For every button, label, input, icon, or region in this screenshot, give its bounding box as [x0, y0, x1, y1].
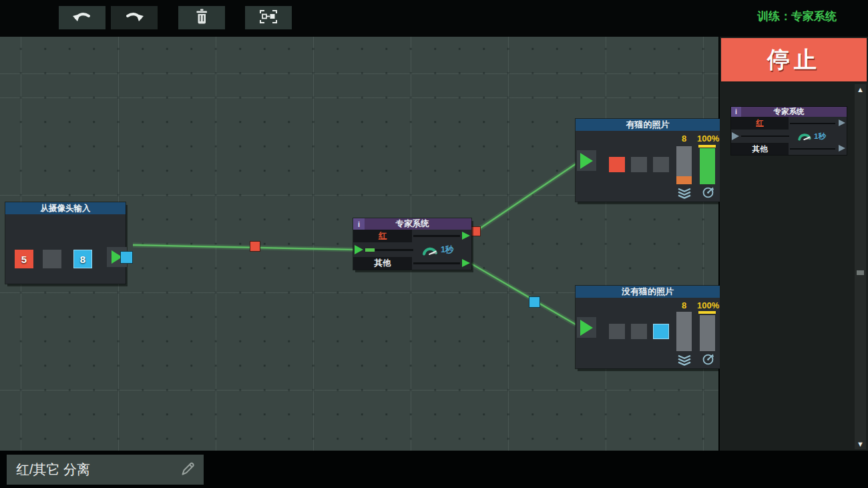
- output-label-red: 红: [756, 118, 764, 128]
- trash-icon: [194, 8, 210, 28]
- output-row-other: 其他: [353, 257, 471, 270]
- play-icon: [580, 320, 593, 336]
- node-title: 专家系统: [774, 107, 805, 117]
- packet-slot-empty: [43, 250, 61, 268]
- timer-label: 1秒: [814, 132, 826, 142]
- scroll-down-icon[interactable]: ▼: [855, 440, 866, 448]
- bottom-bar: 红/其它 分离 x1: [0, 451, 868, 488]
- output-port-packet-cyan[interactable]: [120, 251, 133, 264]
- output-port-icon[interactable]: [462, 232, 470, 240]
- wire-stub: [413, 235, 460, 237]
- packet-slot-empty: [609, 324, 625, 339]
- stop-button[interactable]: 停止: [721, 38, 867, 81]
- packet-slot-empty: [631, 157, 647, 172]
- game-screen: 训练：专家系统 从摄像头输入 5 8: [0, 0, 868, 488]
- progress-track: [375, 249, 413, 251]
- output-port-icon: [839, 119, 845, 126]
- queue-bar: [676, 312, 692, 351]
- input-port-button[interactable]: [577, 317, 596, 338]
- packet-slot-red: [609, 157, 625, 172]
- training-status-label: 训练：专家系统: [757, 9, 837, 24]
- right-sidebar: 停止 i 专家系统 红: [720, 37, 868, 451]
- output-label-other: 其他: [752, 144, 768, 154]
- target-icon[interactable]: [702, 353, 714, 369]
- data-packet-cyan: [529, 296, 540, 308]
- accuracy-bar: [700, 315, 715, 351]
- redo-button[interactable]: [111, 6, 158, 29]
- top-toolbar: 训练：专家系统: [0, 0, 868, 37]
- sidebar-scrollbar[interactable]: ▲ ▼: [855, 84, 866, 449]
- wire-stub: [413, 262, 460, 264]
- node-canvas[interactable]: 从摄像头输入 5 8 i 专家系统 红: [0, 37, 718, 451]
- info-badge[interactable]: i: [731, 107, 741, 117]
- packet-slot-empty: [631, 324, 647, 339]
- play-icon: [580, 153, 593, 169]
- output-label-red: 红: [379, 230, 387, 242]
- accuracy-label: 100%: [697, 300, 718, 310]
- output-port-icon[interactable]: [462, 259, 470, 267]
- output-row-red: 红: [353, 230, 471, 242]
- palette-node-expert-system[interactable]: i 专家系统 红: [731, 107, 847, 155]
- input-port-button[interactable]: [577, 150, 596, 171]
- node-title: 没有猫的照片: [576, 286, 720, 298]
- info-badge[interactable]: i: [353, 218, 365, 230]
- packet-slot-cyan: 8: [73, 250, 92, 268]
- process-row: 1秒: [353, 242, 471, 257]
- node-title: 有猫的照片: [576, 119, 720, 131]
- speedometer-icon: [421, 244, 439, 258]
- queue-count-label: 8: [676, 134, 692, 144]
- input-port-icon[interactable]: [355, 245, 363, 254]
- progress-chip: [365, 248, 375, 252]
- undo-icon: [71, 9, 93, 27]
- redo-icon: [123, 9, 146, 27]
- output-label-other: 其他: [375, 258, 391, 269]
- wire-stub: [790, 123, 835, 124]
- accuracy-label: 100%: [697, 134, 718, 144]
- undo-button[interactable]: [59, 6, 105, 29]
- scroll-thumb[interactable]: [857, 270, 864, 275]
- solution-name-field[interactable]: 红/其它 分离: [7, 455, 204, 485]
- queue-count-label: 8: [676, 300, 692, 310]
- data-packet-red: [250, 241, 260, 252]
- packet-slot-empty: [653, 157, 669, 172]
- wire-stub: [790, 148, 835, 150]
- timer-label: 1秒: [441, 244, 453, 256]
- layers-icon[interactable]: [677, 354, 692, 369]
- node-palette-panel: i 专家系统 红: [720, 83, 868, 451]
- delete-button[interactable]: [178, 6, 225, 29]
- pencil-icon[interactable]: [180, 461, 196, 480]
- node-title: 从摄像头输入: [5, 202, 126, 214]
- packet-slot-red: 5: [15, 250, 33, 268]
- target-icon[interactable]: [702, 186, 714, 202]
- queue-bar-fill: [676, 176, 692, 184]
- node-camera-input[interactable]: 从摄像头输入 5 8: [5, 202, 126, 284]
- scroll-up-icon[interactable]: ▲: [855, 85, 866, 93]
- accuracy-bar-cap: [698, 145, 716, 148]
- node-title: 专家系统: [396, 218, 429, 230]
- node-expert-system[interactable]: i 专家系统 红: [353, 218, 471, 270]
- node-photos-without-cats[interactable]: 没有猫的照片 8 100%: [576, 286, 720, 369]
- fit-view-icon: [258, 9, 278, 27]
- data-packet-red: [471, 226, 481, 236]
- node-photos-with-cats[interactable]: 有猫的照片 8 100%: [576, 119, 720, 202]
- packet-slot-cyan: [653, 324, 669, 339]
- progress-track: [741, 136, 789, 137]
- layers-icon[interactable]: [677, 187, 692, 202]
- speedometer-icon: [797, 131, 813, 144]
- accuracy-bar-cap: [698, 311, 716, 314]
- queue-bar: [676, 146, 692, 184]
- fit-view-button[interactable]: [245, 6, 292, 29]
- input-port-icon: [732, 132, 739, 140]
- solution-name-text: 红/其它 分离: [16, 455, 90, 485]
- accuracy-bar: [700, 148, 715, 184]
- output-port-icon: [839, 145, 845, 152]
